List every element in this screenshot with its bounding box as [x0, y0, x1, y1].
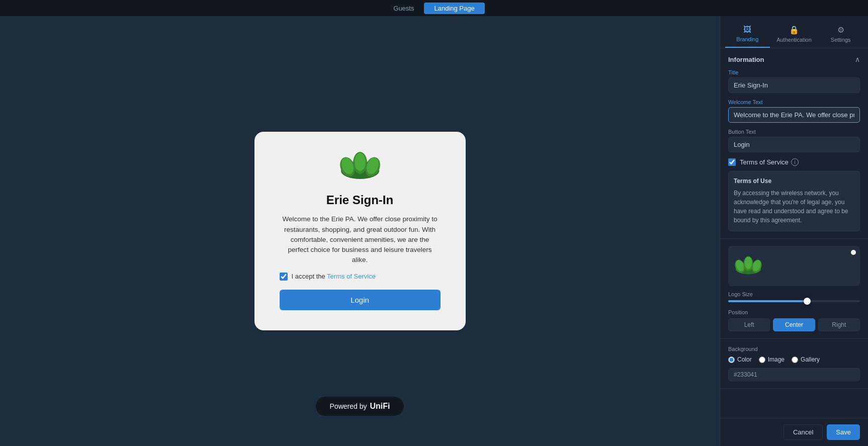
tab-branding[interactable]: 🖼 Branding [725, 21, 770, 48]
button-text-field-group: Button Text [728, 129, 860, 152]
logo-preview-dot [851, 250, 856, 255]
position-buttons: Left Center Right [728, 318, 860, 331]
tos-info-icon[interactable]: i [791, 158, 799, 166]
logo-preview-section: Logo Size Position Left Center Right [720, 239, 868, 339]
login-card: Erie Sign-In Welcome to the Erie PA. We … [254, 132, 466, 330]
background-label: Background [728, 346, 860, 352]
button-text-input[interactable] [728, 137, 860, 152]
tab-authentication[interactable]: 🔒 Authentication [772, 21, 817, 48]
background-radio-row: Color Image Gallery [728, 356, 860, 363]
logo-size-slider[interactable] [728, 300, 860, 302]
title-field-group: Title [728, 69, 860, 93]
powered-by-text: Powered by [330, 402, 367, 410]
position-right-button[interactable]: Right [818, 318, 860, 331]
tos-accept-label: I accept the Terms of Service [292, 273, 376, 280]
card-title: Erie Sign-In [326, 193, 393, 207]
slider-thumb [804, 298, 811, 305]
save-button[interactable]: Save [827, 424, 860, 440]
gear-icon: ⚙ [837, 25, 844, 35]
information-section-header: Information ∧ [728, 55, 860, 63]
slider-fill [728, 300, 807, 302]
welcome-input[interactable] [728, 107, 860, 123]
position-left-button[interactable]: Left [728, 318, 770, 331]
powered-by-bar: Powered by UniFi [316, 397, 404, 416]
bg-image-option[interactable]: Image [759, 356, 785, 363]
information-title: Information [728, 56, 764, 63]
bg-color-option[interactable]: Color [728, 356, 752, 363]
logo-size-section: Logo Size Position Left Center Right [728, 291, 860, 331]
top-bar: Guests Landing Page [0, 0, 868, 16]
tos-text-title: Terms of Use [734, 176, 854, 186]
tos-text-body: By accessing the wireless network, you a… [734, 189, 854, 225]
login-button[interactable]: Login [280, 290, 441, 310]
panel-tabs: 🖼 Branding 🔒 Authentication ⚙ Settings [720, 16, 868, 48]
tos-text-area: Terms of Use By accessing the wireless n… [728, 171, 860, 231]
tab-settings[interactable]: ⚙ Settings [818, 21, 863, 48]
tos-panel-checkbox[interactable] [728, 158, 736, 166]
brand-logo [337, 152, 383, 182]
background-section: Background Color Image Gallery [720, 339, 868, 389]
tos-toggle-row: Terms of Service i [728, 158, 860, 166]
branding-icon: 🖼 [743, 25, 751, 34]
information-section: Information ∧ Title Welcome Text Button … [720, 48, 868, 239]
position-center-button[interactable]: Center [773, 318, 815, 331]
preview-area: Erie Sign-In Welcome to the Erie PA. We … [0, 16, 720, 446]
position-label: Position [728, 309, 860, 315]
logo-size-label: Logo Size [728, 291, 860, 297]
svg-point-12 [745, 256, 752, 269]
bg-gallery-option[interactable]: Gallery [792, 356, 820, 363]
cancel-button[interactable]: Cancel [784, 424, 823, 440]
logo-area [337, 152, 383, 184]
logo-preview-image [733, 252, 763, 280]
main-layout: Erie Sign-In Welcome to the Erie PA. We … [0, 16, 868, 446]
logo-preview-container [728, 246, 860, 286]
svg-point-5 [355, 153, 366, 171]
tab-guests[interactable]: Guests [383, 3, 424, 14]
card-description: Welcome to the Erie PA. We offer close p… [280, 214, 441, 265]
welcome-label: Welcome Text [728, 99, 860, 105]
button-text-label: Button Text [728, 129, 860, 135]
tos-checkbox[interactable] [280, 273, 288, 281]
tos-toggle-label: Terms of Service i [740, 158, 799, 166]
bottom-action-bar: Cancel Save [720, 418, 868, 446]
lock-icon: 🔒 [789, 25, 799, 35]
unifi-logo-text: UniFi [370, 402, 390, 411]
collapse-icon[interactable]: ∧ [855, 55, 860, 63]
tos-link[interactable]: Terms of Service [327, 273, 376, 280]
welcome-field-group: Welcome Text [728, 99, 860, 123]
title-label: Title [728, 69, 860, 75]
title-input[interactable] [728, 77, 860, 93]
color-hash-input[interactable] [728, 368, 860, 381]
right-panel: 🖼 Branding 🔒 Authentication ⚙ Settings I… [720, 16, 868, 446]
tab-landing-page[interactable]: Landing Page [424, 3, 484, 14]
tos-accept-row: I accept the Terms of Service [280, 273, 376, 281]
